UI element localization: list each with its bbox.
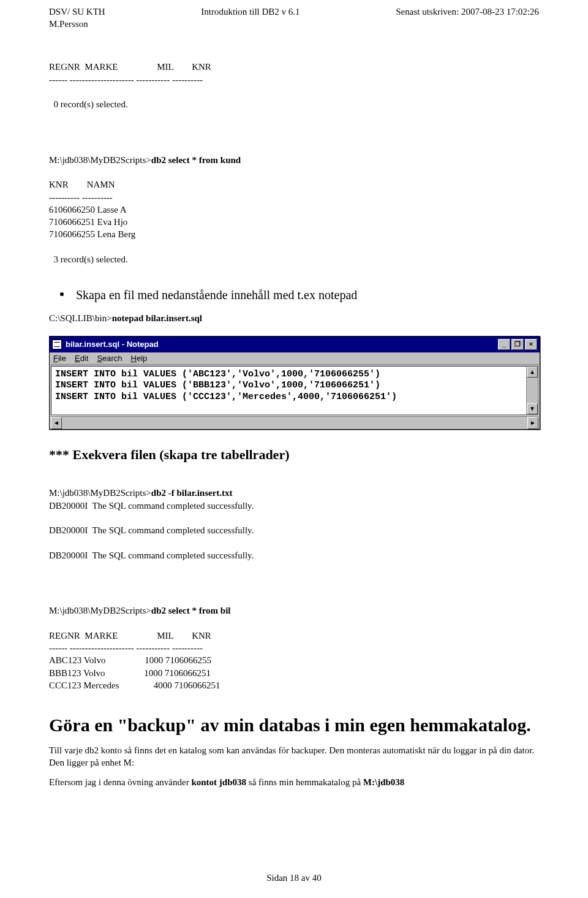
row-2: 7106066251 Eva Hjo — [49, 217, 127, 227]
horizontal-scrollbar[interactable]: ◄ ► — [51, 416, 538, 428]
header-left: DSV/ SU KTH M.Persson — [49, 6, 105, 30]
cmd-prefix: M:\jdb038\MyDB2Scripts> — [49, 155, 151, 165]
editor-content[interactable]: INSERT INTO bil VALUES ('ABC123','Volvo'… — [51, 367, 526, 414]
cmd-prefix: M:\jdb038\MyDB2Scripts> — [49, 606, 151, 615]
scroll-track[interactable] — [62, 417, 527, 428]
header-center: Introduktion till DB2 v 6.1 — [201, 6, 300, 30]
cmd-prefix: C:\SQLLIB\bin> — [49, 313, 112, 323]
bullet-create-file: Skapa en fil med nedanstående innehåll m… — [49, 286, 539, 303]
menu-file[interactable]: File — [53, 354, 66, 363]
cmd-bold: db2 select * from kund — [151, 155, 241, 165]
cmd-prefix: M:\jdb038\MyDB2Scripts> — [49, 488, 151, 498]
output-block-kund: M:\jdb038\MyDB2Scripts>db2 select * from… — [49, 142, 539, 278]
p2-mid: så finns min hemmakatalog på — [246, 777, 363, 787]
header-left-2: M.Persson — [49, 19, 88, 29]
scroll-right-button[interactable]: ► — [527, 417, 538, 429]
minimize-button[interactable]: _ — [498, 339, 510, 350]
success-msg-1: DB20000I The SQL command completed succe… — [49, 501, 254, 511]
cmd-line: M:\jdb038\MyDB2Scripts>db2 select * from… — [49, 155, 241, 165]
backup-para-1: Till varje db2 konto så finns det en kat… — [49, 744, 539, 769]
cmd-bold: db2 -f bilar.insert.txt — [151, 488, 233, 498]
scroll-left-button[interactable]: ◄ — [51, 417, 62, 429]
page-footer: Sidan 18 av 40 — [0, 873, 588, 883]
backup-para-2: Eftersom jag i denna övning använder kon… — [49, 776, 539, 788]
menu-search[interactable]: Search — [97, 354, 122, 363]
row-3: CCC123 Mercedes 4000 7106066251 — [49, 680, 221, 690]
p2-prefix: Eftersom jag i denna övning använder — [49, 777, 191, 787]
row-3: 7106066255 Lena Berg — [49, 229, 135, 239]
separator: ---------- ---------- — [49, 192, 113, 202]
scroll-down-button[interactable]: ▼ — [527, 403, 538, 414]
maximize-button[interactable]: ❐ — [511, 339, 524, 350]
separator: ------ --------------------- -----------… — [49, 75, 203, 85]
bullet-dot-icon — [60, 292, 64, 296]
separator: ------ --------------------- -----------… — [49, 643, 203, 653]
notepad-app-icon — [52, 340, 62, 349]
editor-line-2: INSERT INTO bil VALUES ('BBB123','Volvo'… — [55, 380, 380, 390]
cols-header: REGNR MARKE MIL KNR — [49, 631, 211, 641]
notepad-window: bilar.insert.sql - Notepad _ ❐ × File Ed… — [49, 336, 540, 430]
vertical-scrollbar[interactable]: ▲ ▼ — [526, 367, 538, 414]
scroll-up-button[interactable]: ▲ — [527, 367, 538, 378]
notepad-open-cmd: C:\SQLLIB\bin>notepad bilar.insert.sql — [49, 312, 539, 324]
output-block-bil: M:\jdb038\MyDB2Scripts>db2 select * from… — [49, 592, 539, 704]
p2-bold-1: kontot jdb038 — [191, 777, 246, 787]
row-1: 6106066250 Lasse A — [49, 205, 127, 215]
row-2: BBB123 Volvo 1000 7106066251 — [49, 668, 211, 678]
section-title-execute: *** Exekvera filen (skapa tre tabellrade… — [49, 446, 539, 464]
row-1: ABC123 Volvo 1000 7106066255 — [49, 655, 211, 665]
section-title-backup: Göra en "backup" av min databas i min eg… — [49, 713, 539, 737]
editor-line-1: INSERT INTO bil VALUES ('ABC123','Volvo'… — [55, 369, 380, 379]
menubar: File Edit Search Help — [50, 352, 540, 365]
cols-header: KNR NAMN — [49, 180, 115, 189]
page-header: DSV/ SU KTH M.Persson Introduktion till … — [49, 6, 539, 30]
exec-output: M:\jdb038\MyDB2Scripts>db2 -f bilar.inse… — [49, 474, 539, 574]
p2-bold-2: M:\jdb038 — [363, 777, 405, 787]
cols-header: REGNR MARKE MIL KNR — [49, 62, 211, 72]
success-msg-2: DB20000I The SQL command completed succe… — [49, 525, 254, 535]
cmd-line: M:\jdb038\MyDB2Scripts>db2 select * from… — [49, 606, 231, 615]
editor-line-3: INSERT INTO bil VALUES ('CCC123','Merced… — [55, 392, 397, 402]
records-selected: 3 record(s) selected. — [49, 254, 128, 264]
output-block-regnr-empty: REGNR MARKE MIL KNR ------ -------------… — [49, 48, 539, 123]
menu-edit[interactable]: Edit — [75, 354, 88, 363]
cmd-bold: db2 select * from bil — [151, 606, 231, 615]
header-right: Senast utskriven: 2007-08-23 17:02:26 — [396, 6, 539, 30]
records-selected: 0 record(s) selected. — [49, 99, 128, 109]
bullet-text: Skapa en fil med nedanstående innehåll m… — [76, 286, 357, 303]
cmd-line: M:\jdb038\MyDB2Scripts>db2 -f bilar.inse… — [49, 488, 233, 498]
titlebar[interactable]: bilar.insert.sql - Notepad _ ❐ × — [50, 337, 540, 352]
header-left-1: DSV/ SU KTH — [49, 7, 105, 17]
cmd-bold: notepad bilar.insert.sql — [112, 313, 202, 323]
success-msg-3: DB20000I The SQL command completed succe… — [49, 550, 254, 560]
close-button[interactable]: × — [525, 339, 537, 350]
menu-help[interactable]: Help — [131, 354, 148, 363]
window-title: bilar.insert.sql - Notepad — [66, 340, 159, 349]
